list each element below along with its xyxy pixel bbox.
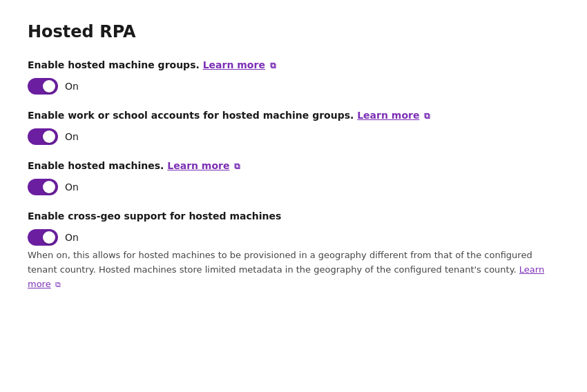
learn-more-link-3[interactable]: Learn more — [167, 160, 229, 171]
setting-enable-work-school-accounts: Enable work or school accounts for hoste… — [28, 108, 559, 145]
setting-enable-hosted-machines: Enable hosted machines. Learn more ⧉ On — [28, 159, 559, 195]
setting-label-1: Enable hosted machine groups. Learn more… — [28, 58, 559, 72]
toggle-thumb-3 — [43, 181, 55, 193]
external-link-icon-4: ⧉ — [55, 280, 61, 289]
toggle-thumb-1 — [43, 80, 55, 92]
cross-geo-description: When on, this allows for hosted machines… — [28, 248, 559, 291]
toggle-thumb-2 — [43, 130, 55, 143]
toggle-state-label-2: On — [65, 131, 79, 142]
toggle-4[interactable] — [28, 229, 58, 246]
toggle-state-label-4: On — [65, 232, 79, 243]
toggle-2[interactable] — [28, 128, 58, 145]
setting-enable-cross-geo-support: Enable cross-geo support for hosted mach… — [28, 209, 559, 291]
toggle-1[interactable] — [28, 78, 58, 95]
setting-label-4: Enable cross-geo support for hosted mach… — [28, 209, 559, 224]
toggle-row-3: On — [28, 179, 559, 195]
toggle-state-label-3: On — [65, 182, 79, 193]
toggle-row-4: On — [28, 229, 559, 246]
setting-label-text-2: Enable work or school accounts for hoste… — [28, 110, 354, 121]
setting-label-text-1: Enable hosted machine groups. — [28, 59, 200, 70]
learn-more-link-1[interactable]: Learn more — [203, 59, 265, 70]
setting-enable-hosted-machine-groups: Enable hosted machine groups. Learn more… — [28, 58, 559, 95]
toggle-row-2: On — [28, 128, 559, 145]
external-link-icon-2: ⧉ — [424, 111, 430, 121]
toggle-state-label-1: On — [65, 81, 79, 92]
setting-label-text-3: Enable hosted machines. — [28, 160, 164, 171]
setting-label-text-4: Enable cross-geo support for hosted mach… — [28, 210, 281, 222]
external-link-icon-3: ⧉ — [234, 161, 240, 171]
page-title: Hosted RPA — [28, 22, 559, 41]
toggle-row-1: On — [28, 78, 559, 95]
setting-label-2: Enable work or school accounts for hoste… — [28, 108, 559, 123]
toggle-thumb-4 — [43, 231, 55, 244]
learn-more-link-2[interactable]: Learn more — [357, 110, 419, 121]
setting-label-3: Enable hosted machines. Learn more ⧉ — [28, 159, 559, 173]
external-link-icon-1: ⧉ — [270, 61, 276, 70]
cross-geo-description-text: When on, this allows for hosted machines… — [28, 250, 532, 275]
toggle-3[interactable] — [28, 179, 58, 195]
